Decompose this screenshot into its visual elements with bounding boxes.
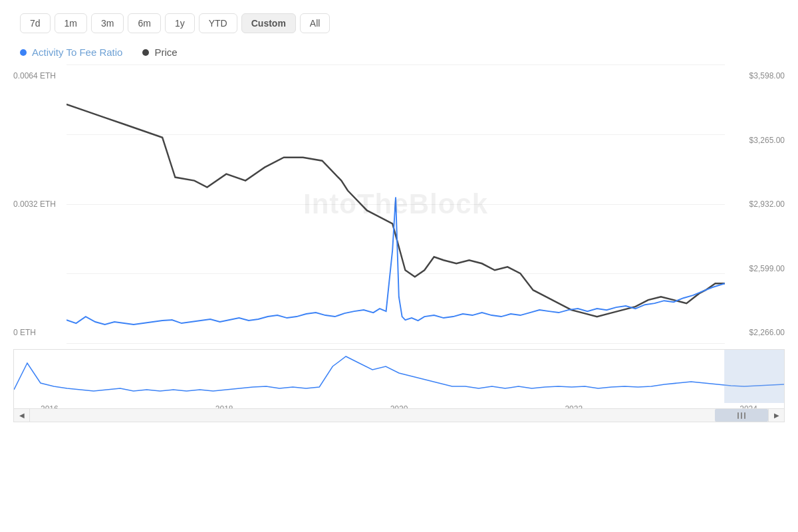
filter-btn-1m[interactable]: 1m bbox=[55, 13, 87, 33]
grid-line-5 bbox=[66, 343, 725, 344]
main-chart-area: 0.0064 ETH 0.0032 ETH 0 ETH $3,598.00 $3… bbox=[13, 65, 785, 344]
scroll-handle-lines bbox=[737, 412, 745, 419]
y-right-label-5: $2,266.00 bbox=[749, 328, 785, 337]
chart-legend: Activity To Fee Ratio Price bbox=[13, 47, 785, 58]
scroll-handle-line-2 bbox=[741, 412, 742, 419]
filter-btn-all[interactable]: All bbox=[300, 13, 331, 33]
legend-item-ratio: Activity To Fee Ratio bbox=[20, 47, 122, 58]
y-left-label-2: 0.0032 ETH bbox=[13, 200, 66, 209]
y-right-label-4: $2,599.00 bbox=[749, 264, 785, 273]
chart-inner: IntoTheBlock bbox=[66, 65, 725, 344]
scroll-left-button[interactable]: ◀ bbox=[14, 409, 30, 422]
filter-btn-7d[interactable]: 7d bbox=[20, 13, 51, 33]
scroll-bar: ◀ ▶ bbox=[14, 408, 784, 422]
legend-label-ratio: Activity To Fee Ratio bbox=[32, 47, 122, 58]
scroll-handle-line-1 bbox=[737, 412, 739, 419]
filter-btn-6m[interactable]: 6m bbox=[128, 13, 160, 33]
overview-selection bbox=[724, 350, 784, 403]
overview-area: 2016 2018 2020 2022 2024 ◀ ▶ bbox=[13, 349, 785, 422]
filter-btn-ytd[interactable]: YTD bbox=[199, 13, 237, 33]
main-chart: 0.0064 ETH 0.0032 ETH 0 ETH $3,598.00 $3… bbox=[13, 65, 785, 344]
y-right-label-3: $2,932.00 bbox=[749, 200, 785, 209]
overview-inner bbox=[14, 350, 784, 403]
y-right-label-2: $3,265.00 bbox=[749, 136, 785, 145]
y-axis-left: 0.0064 ETH 0.0032 ETH 0 ETH bbox=[13, 65, 66, 344]
y-axis-right: $3,598.00 $3,265.00 $2,932.00 $2,599.00 … bbox=[725, 65, 785, 344]
y-left-label-3: 0 ETH bbox=[13, 328, 66, 337]
scroll-right-button[interactable]: ▶ bbox=[768, 409, 784, 422]
overview-ratio-line bbox=[14, 356, 784, 391]
legend-dot-ratio bbox=[20, 49, 27, 56]
main-container: 7d1m3m6m1yYTDCustomAll Activity To Fee R… bbox=[0, 0, 798, 532]
scroll-handle-line-3 bbox=[744, 412, 745, 419]
y-right-label-1: $3,598.00 bbox=[749, 71, 785, 80]
ratio-line bbox=[66, 198, 725, 325]
filter-btn-1y[interactable]: 1y bbox=[165, 13, 195, 33]
chart-svg bbox=[66, 65, 725, 343]
legend-label-price: Price bbox=[154, 47, 177, 58]
legend-dot-price bbox=[142, 49, 149, 56]
scroll-track bbox=[30, 409, 768, 422]
overview-svg bbox=[14, 350, 784, 403]
y-left-label-1: 0.0064 ETH bbox=[13, 71, 66, 80]
filter-btn-3m[interactable]: 3m bbox=[91, 13, 124, 33]
scroll-handle[interactable] bbox=[715, 409, 768, 422]
time-filters: 7d1m3m6m1yYTDCustomAll bbox=[13, 13, 785, 33]
legend-item-price: Price bbox=[142, 47, 177, 58]
filter-btn-custom[interactable]: Custom bbox=[241, 13, 296, 33]
